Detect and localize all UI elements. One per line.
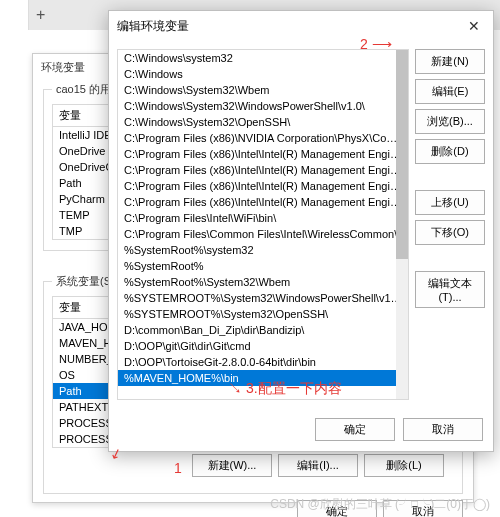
list-item[interactable]: C:\Windows\System32\WindowsPowerShell\v1… bbox=[118, 98, 408, 114]
list-item[interactable]: C:\Program Files (x86)\Intel\Intel(R) Ma… bbox=[118, 178, 408, 194]
list-item[interactable]: C:\Windows\system32 bbox=[118, 50, 408, 66]
list-item[interactable]: C:\Program Files\Common Files\Intel\Wire… bbox=[118, 226, 408, 242]
new-button[interactable]: 新建(W)... bbox=[192, 454, 272, 477]
list-item[interactable]: C:\Program Files (x86)\Intel\Intel(R) Ma… bbox=[118, 162, 408, 178]
list-item[interactable]: %SYSTEMROOT%\System32\WindowsPowerShell\… bbox=[118, 290, 408, 306]
watermark: CSDN @欣慰的三叶草 (╯□╰)二(0)丁◯) bbox=[270, 496, 490, 513]
dialog-title: 编辑环境变量 bbox=[117, 18, 189, 35]
tab-stub[interactable] bbox=[0, 0, 29, 30]
close-icon[interactable]: ✕ bbox=[463, 17, 485, 35]
list-item[interactable]: %SystemRoot% bbox=[118, 258, 408, 274]
list-item[interactable]: %SystemRoot%\system32 bbox=[118, 242, 408, 258]
edit-env-var-dialog: 编辑环境变量 ✕ C:\Windows\system32C:\WindowsC:… bbox=[108, 10, 494, 452]
list-item[interactable]: %SystemRoot%\System32\Wbem bbox=[118, 274, 408, 290]
list-item[interactable]: D:\common\Ban_Di_Zip\dir\Bandizip\ bbox=[118, 322, 408, 338]
movedown-button[interactable]: 下移(O) bbox=[415, 220, 485, 245]
list-item[interactable]: D:\OOP\git\Git\dir\Git\cmd bbox=[118, 338, 408, 354]
cancel-button[interactable]: 取消 bbox=[403, 418, 483, 441]
list-item[interactable]: C:\Program Files (x86)\Intel\Intel(R) Ma… bbox=[118, 194, 408, 210]
list-item[interactable]: C:\Windows bbox=[118, 66, 408, 82]
delete-button[interactable]: 删除(L) bbox=[364, 454, 444, 477]
moveup-button[interactable]: 上移(U) bbox=[415, 190, 485, 215]
browse-button[interactable]: 浏览(B)... bbox=[415, 109, 485, 134]
delete-button[interactable]: 删除(D) bbox=[415, 139, 485, 164]
new-button[interactable]: 新建(N) bbox=[415, 49, 485, 74]
list-item[interactable]: C:\Program Files\Intel\WiFi\bin\ bbox=[118, 210, 408, 226]
list-item[interactable]: C:\Program Files (x86)\NVIDIA Corporatio… bbox=[118, 130, 408, 146]
edittext-button[interactable]: 编辑文本(T)... bbox=[415, 271, 485, 308]
edit-button[interactable]: 编辑(I)... bbox=[278, 454, 358, 477]
edit-button[interactable]: 编辑(E) bbox=[415, 79, 485, 104]
list-item[interactable]: %MAVEN_HOME%\bin bbox=[118, 370, 408, 386]
scrollbar[interactable] bbox=[396, 50, 408, 399]
list-item[interactable]: C:\Windows\System32\OpenSSH\ bbox=[118, 114, 408, 130]
list-item[interactable]: C:\Windows\System32\Wbem bbox=[118, 82, 408, 98]
new-tab-icon[interactable]: + bbox=[36, 6, 45, 24]
list-item[interactable]: %SYSTEMROOT%\System32\OpenSSH\ bbox=[118, 306, 408, 322]
path-list[interactable]: C:\Windows\system32C:\WindowsC:\Windows\… bbox=[117, 49, 409, 400]
list-item[interactable]: C:\Program Files (x86)\Intel\Intel(R) Ma… bbox=[118, 146, 408, 162]
ok-button[interactable]: 确定 bbox=[315, 418, 395, 441]
scrollbar-thumb[interactable] bbox=[396, 50, 408, 259]
list-item[interactable]: D:\OOP\TortoiseGit-2.8.0.0-64bit\dir\bin bbox=[118, 354, 408, 370]
